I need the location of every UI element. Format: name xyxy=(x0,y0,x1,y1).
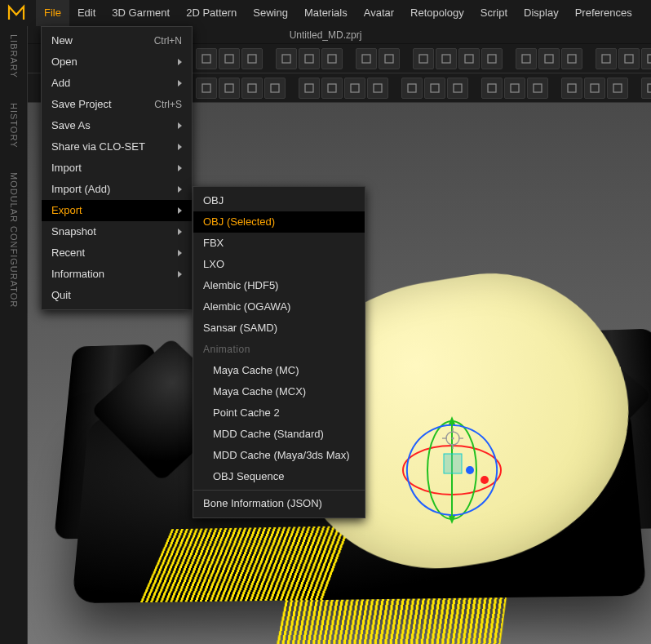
file-menu-item-export[interactable]: Export xyxy=(42,200,192,221)
file-menu-item-save-project[interactable]: Save ProjectCtrl+S xyxy=(42,94,192,115)
sidebar-tab-history[interactable]: HISTORY xyxy=(9,103,19,149)
svg-rect-33 xyxy=(248,84,256,92)
tool-button[interactable] xyxy=(401,78,423,99)
svg-rect-4 xyxy=(305,55,313,63)
menubar-item-retopology[interactable]: Retopology xyxy=(402,0,472,26)
tool-button[interactable] xyxy=(299,78,320,99)
menubar-item-script[interactable]: Script xyxy=(472,0,516,26)
tool-button[interactable] xyxy=(538,48,560,69)
export-menu-item-mdd-cache-maya-3ds-max-[interactable]: MDD Cache (Maya/3ds Max) xyxy=(193,445,365,466)
svg-rect-3 xyxy=(282,55,290,63)
tool-button[interactable] xyxy=(607,78,628,99)
file-menu-item-snapshot[interactable]: Snapshot xyxy=(42,221,192,242)
tool-button[interactable] xyxy=(413,48,434,69)
tool-button[interactable] xyxy=(436,48,457,69)
tool-button[interactable] xyxy=(561,48,582,69)
export-menu-item-obj-selected-[interactable]: OBJ (Selected) xyxy=(193,211,365,233)
export-menu-item-alembic-hdf5-[interactable]: Alembic (HDF5) xyxy=(193,275,365,296)
tool-button[interactable] xyxy=(219,78,240,99)
export-menu-header-animation: Animation xyxy=(193,339,365,360)
export-menu-item-obj-sequence[interactable]: OBJ Sequence xyxy=(193,466,365,487)
tool-button[interactable] xyxy=(219,48,240,69)
export-menu-item-alembic-ogawa-[interactable]: Alembic (OGAWA) xyxy=(193,296,365,318)
chevron-right-icon xyxy=(178,186,182,193)
menubar-item-3d-garment[interactable]: 3D Garment xyxy=(104,0,178,26)
tool-button[interactable] xyxy=(584,78,605,99)
tool-button[interactable] xyxy=(356,48,377,69)
export-menu-item-mdd-cache-standard-[interactable]: MDD Cache (Standard) xyxy=(193,424,365,445)
tool-button[interactable] xyxy=(458,48,480,69)
tool-button[interactable] xyxy=(321,78,343,99)
tool-button[interactable] xyxy=(264,78,286,99)
tool-button[interactable] xyxy=(641,48,651,69)
svg-rect-35 xyxy=(305,84,313,92)
file-menu-item-information[interactable]: Information xyxy=(42,264,192,285)
export-menu-item-maya-cache-mc-[interactable]: Maya Cache (MC) xyxy=(193,360,365,381)
export-menu-item-lxo[interactable]: LXO xyxy=(193,254,365,275)
tool-button[interactable] xyxy=(424,78,445,99)
export-menu-item-obj[interactable]: OBJ xyxy=(193,190,365,211)
svg-rect-44 xyxy=(534,84,542,92)
tool-button[interactable] xyxy=(596,48,617,69)
menubar-item-file[interactable]: File xyxy=(36,0,69,26)
tool-button[interactable] xyxy=(344,78,365,99)
tool-button[interactable] xyxy=(561,78,582,99)
export-menu-item-maya-cache-mcx-[interactable]: Maya Cache (MCX) xyxy=(193,381,365,402)
tool-button[interactable] xyxy=(618,48,640,69)
tool-button[interactable] xyxy=(527,78,548,99)
menubar-item-materials[interactable]: Materials xyxy=(296,0,356,26)
file-menu-item-new[interactable]: NewCtrl+N xyxy=(42,30,192,51)
tool-button[interactable] xyxy=(196,48,217,69)
export-menu-item-point-cache-2[interactable]: Point Cache 2 xyxy=(193,402,365,424)
sidebar-tab-library[interactable]: LIBRARY xyxy=(9,34,19,78)
chevron-right-icon xyxy=(178,250,182,256)
menubar-item-preferences[interactable]: Preferences xyxy=(567,0,640,26)
file-menu-item-quit[interactable]: Quit xyxy=(42,285,192,306)
menubar-item-2d-pattern[interactable]: 2D Pattern xyxy=(178,0,245,26)
svg-rect-37 xyxy=(351,84,359,92)
svg-rect-2 xyxy=(248,55,256,63)
file-menu-item-open[interactable]: Open xyxy=(42,51,192,73)
tool-button[interactable] xyxy=(641,78,651,99)
menubar-item-sewing[interactable]: Sewing xyxy=(245,0,296,26)
svg-rect-45 xyxy=(568,84,576,92)
tool-button[interactable] xyxy=(481,48,503,69)
export-menu-item-bone-information-json-[interactable]: Bone Information (JSON) xyxy=(193,493,365,514)
file-menu-item-recent[interactable]: Recent xyxy=(42,242,192,264)
tool-button[interactable] xyxy=(516,48,537,69)
tool-button[interactable] xyxy=(504,78,525,99)
tool-button[interactable] xyxy=(367,78,388,99)
file-menu-item-save-as[interactable]: Save As xyxy=(42,115,192,136)
svg-rect-10 xyxy=(465,55,473,63)
svg-rect-32 xyxy=(225,84,233,92)
menubar-item-edit[interactable]: Edit xyxy=(69,0,104,26)
svg-rect-14 xyxy=(568,55,576,63)
svg-point-74 xyxy=(451,437,454,439)
tool-button[interactable] xyxy=(241,78,263,99)
tool-button[interactable] xyxy=(276,48,297,69)
menubar-item-display[interactable]: Display xyxy=(516,0,567,26)
svg-rect-31 xyxy=(202,84,210,92)
file-menu-item-import-add-[interactable]: Import (Add) xyxy=(42,179,192,200)
tool-button[interactable] xyxy=(447,78,468,99)
tool-button[interactable] xyxy=(379,48,400,69)
svg-rect-0 xyxy=(202,55,210,63)
export-menu-item-sansar-samd-[interactable]: Sansar (SAMD) xyxy=(193,318,365,339)
sidebar-tab-modular[interactable]: MODULAR CONFIGURATOR xyxy=(9,172,19,308)
tool-button[interactable] xyxy=(299,48,320,69)
chevron-right-icon xyxy=(178,144,182,150)
file-menu-item-add[interactable]: Add xyxy=(42,73,192,94)
chevron-right-icon xyxy=(178,271,182,278)
file-menu-item-import[interactable]: Import xyxy=(42,158,192,179)
svg-rect-40 xyxy=(431,84,439,92)
export-menu-item-fbx[interactable]: FBX xyxy=(193,233,365,254)
file-menu-item-share-via-clo-set[interactable]: Share via CLO-SET xyxy=(42,136,192,158)
menubar-item-avatar[interactable]: Avatar xyxy=(356,0,402,26)
tool-button[interactable] xyxy=(196,78,217,99)
svg-rect-9 xyxy=(442,55,450,63)
svg-rect-46 xyxy=(591,84,599,92)
tool-button[interactable] xyxy=(321,48,343,69)
svg-rect-36 xyxy=(328,84,336,92)
tool-button[interactable] xyxy=(481,78,503,99)
tool-button[interactable] xyxy=(241,48,263,69)
